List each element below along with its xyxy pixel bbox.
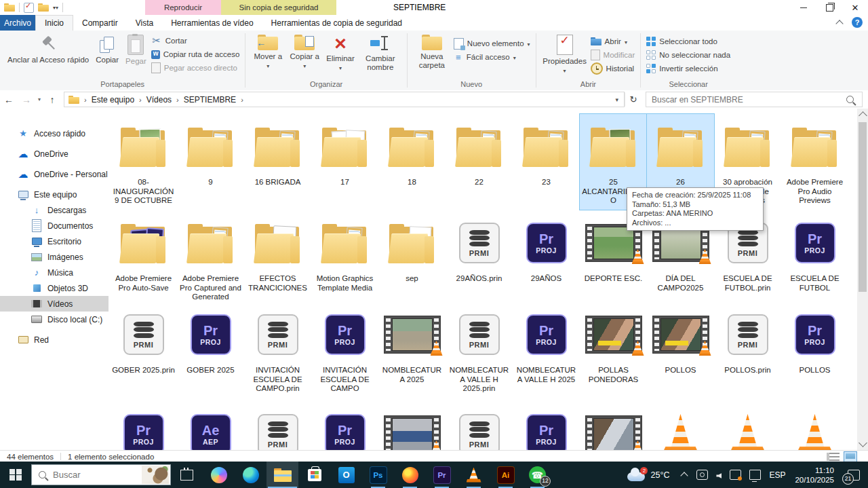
sidebar-item-acceso-r-pido[interactable]: Acceso rápido [0,126,108,141]
copy-path-button[interactable]: Copiar ruta de acceso [151,49,240,60]
address-dropdown-icon[interactable]: ▾ [610,96,624,103]
file-item[interactable]: PrPROJPOLLOS [781,302,848,398]
collapse-ribbon-icon[interactable] [835,20,843,27]
recent-locations-icon[interactable]: ▾ [35,96,43,102]
file-item[interactable]: 17 [311,114,378,210]
sidebar-item-onedrive-personal[interactable]: OneDrive - Personal [0,166,108,182]
file-item[interactable] [714,402,781,450]
taskbar-app-task-view[interactable] [171,462,203,488]
file-item[interactable]: PrPROJNOMBLECATURA VALLE H 2025 [513,302,580,398]
easy-access-button[interactable]: ≡ Fácil acceso [454,52,530,62]
tab-video-tools[interactable]: Herramientas de vídeo [162,15,262,31]
address-input[interactable]: › Este equipo › Vídeos › SEPTIEMBRE › ▾ [64,92,625,107]
open-button[interactable]: Abrir [591,36,635,47]
language-indicator[interactable]: ESP [769,470,785,480]
taskbar-app-premiere[interactable]: Pr [426,462,458,488]
thumbnails-view-button[interactable] [844,451,857,462]
file-item[interactable]: PRMI [244,402,311,450]
close-button[interactable]: ✕ [842,0,868,15]
new-item-button[interactable]: Nuevo elemento [454,38,530,49]
file-item[interactable]: PrPROJESCUELA DE FUTBOL [781,210,848,306]
paste-shortcut-button[interactable]: Pegar acceso directo [151,62,240,73]
file-item[interactable]: PrPROJ29AÑOS [513,210,580,306]
file-item[interactable]: 22 [446,114,513,210]
scroll-down-icon[interactable] [859,438,867,447]
file-item[interactable]: PrPROJ [513,402,580,450]
vertical-scrollbar[interactable] [857,109,868,450]
search-box[interactable] [646,92,863,107]
taskbar-app-firefox[interactable] [394,462,426,488]
copy-to-button[interactable]: Copiar a [286,33,323,73]
snip-notification-icon[interactable] [730,470,741,480]
tab-inicio[interactable]: Inicio [35,15,73,31]
invert-selection-button[interactable]: Invertir selección [646,63,730,74]
file-item[interactable] [378,402,446,450]
file-item[interactable]: PrPROJGOBER 2025 [177,302,244,398]
file-item[interactable]: PRMIGOBER 2025.prin [110,302,177,398]
minimize-button[interactable] [791,0,816,15]
weather-icon[interactable]: 2 [627,467,648,483]
tab-backup-tools[interactable]: Herramientas de copia de seguridad [262,15,411,31]
taskbar-app-explorer[interactable] [267,462,298,488]
breadcrumb-este-equipo[interactable]: Este equipo [92,95,134,105]
refresh-button[interactable]: ↻ [625,92,642,107]
breadcrumb-septiembre[interactable]: SEPTIEMBRE [184,95,236,105]
meet-now-icon[interactable] [696,470,708,480]
select-all-button[interactable]: Seleccionar todo [646,36,730,47]
sidebar-item-onedrive[interactable]: OneDrive [0,146,108,162]
tab-vista[interactable]: Vista [127,15,162,31]
file-item[interactable]: POLLOS [647,302,714,398]
scroll-up-icon[interactable] [859,111,867,120]
tray-expand-icon[interactable] [681,472,688,479]
taskbar-app-outlook[interactable]: O [330,462,362,488]
delete-button[interactable]: × Eliminar [323,33,358,75]
sidebar-item-escritorio[interactable]: Escritorio [0,233,108,249]
sidebar-item-v-deos[interactable]: Vídeos [0,296,108,312]
qat-dropdown-icon[interactable]: ▾ [53,5,58,11]
file-item[interactable]: 08-INAUGURACIÓN 9 DE OCTUBRE [110,114,177,210]
breadcrumb-videos[interactable]: Vídeos [146,95,172,105]
file-item[interactable]: PRMINOMBLECATURA VALLE H 2025.prin [446,302,513,398]
file-item[interactable]: PRMI29AÑOS.prin [446,210,513,306]
file-item[interactable]: PSETEFECTOS TRANCICIONES [244,210,311,306]
notification-center-button[interactable]: 21 [844,465,864,485]
file-item[interactable]: PrPROJINVITACIÓN ESCUELA DE CAMPO [311,302,378,398]
history-button[interactable]: Historial [591,63,635,74]
file-item[interactable] [580,402,647,450]
taskbar-search-input[interactable] [52,469,122,481]
rename-button[interactable]: Cambiar nombre [358,33,403,73]
file-item[interactable]: Adobe Premiere Pro Audio Previews [781,114,848,210]
move-to-button[interactable]: ← Mover a [250,33,286,73]
edit-button[interactable]: Modificar [591,50,635,60]
sidebar-item-disco-local-c-[interactable]: Disco local (C:) [0,312,108,327]
file-item[interactable]: POLLAS PONEDORAS [580,302,647,398]
properties-button[interactable]: Propiedades [540,33,589,77]
file-item[interactable]: AeAEP [177,402,244,450]
tab-compartir[interactable]: Compartir [73,15,127,31]
file-item[interactable]: PrPROJ [311,402,378,450]
tab-archivo[interactable]: Archivo [0,15,35,31]
file-item[interactable]: sep [378,210,446,306]
taskbar-app-store[interactable] [298,462,330,488]
temperature-label[interactable]: 25°C [650,470,669,480]
sidebar-item-descargas[interactable]: Descargas [0,202,108,218]
forward-button[interactable]: → [18,94,35,105]
sidebar-item-im-genes[interactable]: Imágenes [0,249,108,265]
sidebar-item-objetos-3d[interactable]: Objetos 3D [0,280,108,296]
up-button[interactable]: ↑ [43,94,61,105]
sidebar-item-este-equipo[interactable]: Este equipo [0,187,108,202]
file-item[interactable]: 9 [177,114,244,210]
taskbar-search[interactable] [31,464,171,485]
new-folder-button[interactable]: Nueva carpeta [412,33,452,71]
copy-button[interactable]: Copiar [92,33,122,67]
help-icon[interactable]: ? [852,17,863,28]
file-item[interactable]: PRMIPOLLOS.prin [714,302,781,398]
file-item[interactable]: Motion Graphics Template Media [311,210,378,306]
taskbar-app-vlc[interactable] [458,462,490,488]
file-item[interactable]: PRMIINVITACIÓN ESCUELA DE CAMPO.prin [244,302,311,398]
details-view-button[interactable] [827,453,840,461]
taskbar-app-photoshop[interactable]: Ps [362,462,394,488]
file-item[interactable] [647,402,714,450]
file-item[interactable]: 23 [513,114,580,210]
contextual-tab-video[interactable]: Reproducir [145,0,221,15]
